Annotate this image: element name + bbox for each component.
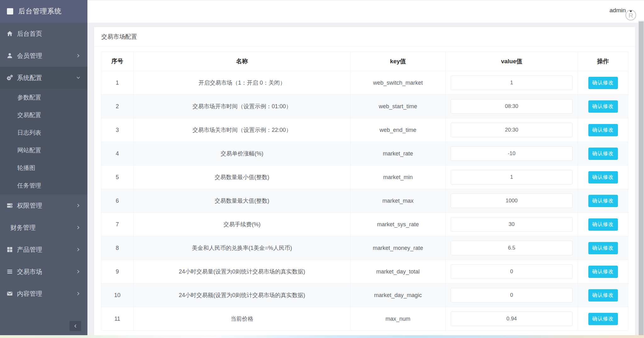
table-row: 9 24小时交易量(设置为0则统计交易市场的真实数据) market_day_t… <box>101 260 628 284</box>
vertical-scrollbar[interactable] <box>638 20 644 338</box>
column-header-action: 操作 <box>578 52 628 71</box>
sidebar-collapse-button[interactable] <box>69 321 81 331</box>
scrollbar-thumb[interactable] <box>639 21 644 335</box>
confirm-edit-button[interactable]: 确认修改 <box>588 266 618 278</box>
gears-icon <box>6 74 13 81</box>
config-value-cell <box>446 260 578 284</box>
page-card: 交易市场配置 序号 名称 key值 value值 操作 1 开启交易市场（1：开… <box>94 27 635 338</box>
config-name-cell: 交易数量最大值(整数) <box>134 189 351 213</box>
value-input[interactable] <box>451 123 573 137</box>
column-header-name: 名称 <box>134 52 351 71</box>
confirm-edit-button[interactable]: 确认修改 <box>588 77 618 89</box>
row-index-cell: 2 <box>101 95 134 118</box>
confirm-edit-button[interactable]: 确认修改 <box>588 218 618 231</box>
confirm-edit-button[interactable]: 确认修改 <box>588 313 618 325</box>
confirm-edit-button[interactable]: 确认修改 <box>588 171 618 183</box>
confirm-edit-button[interactable]: 确认修改 <box>588 124 618 136</box>
config-value-cell <box>446 236 578 260</box>
user-menu[interactable]: admin <box>609 7 626 14</box>
action-cell: 确认修改 <box>578 189 628 213</box>
config-name-cell: 美金和人民币的兑换率(1美金=%人民币) <box>134 236 351 260</box>
config-table-body: 1 开启交易市场（1：开启 0：关闭） web_switch_market 确认… <box>101 71 628 331</box>
config-key-cell: market_rate <box>351 142 446 166</box>
svg-text:R: R <box>628 12 633 19</box>
config-key-cell: max_num <box>351 307 446 331</box>
confirm-edit-button[interactable]: 确认修改 <box>588 148 618 160</box>
sidebar-subitem-carousel[interactable]: 轮播图 <box>0 159 87 177</box>
envelope-icon <box>6 290 13 297</box>
chevron-right-icon <box>75 269 81 274</box>
action-cell: 确认修改 <box>578 307 628 331</box>
sidebar-subitem-log-list[interactable]: 日志列表 <box>0 124 87 142</box>
action-cell: 确认修改 <box>578 71 628 95</box>
action-cell: 确认修改 <box>578 118 628 142</box>
list-icon <box>6 268 13 275</box>
config-key-cell: market_day_total <box>351 260 446 284</box>
value-input[interactable] <box>451 241 573 255</box>
sidebar-item-finance[interactable]: 财务管理 <box>0 217 87 239</box>
sidebar-item-label: 后台首页 <box>17 30 81 38</box>
table-row: 1 开启交易市场（1：开启 0：关闭） web_switch_market 确认… <box>101 71 628 95</box>
sidebar-item-products[interactable]: 产品管理 <box>0 239 87 261</box>
table-row: 7 交易手续费(%) market_sys_rate 确认修改 <box>101 213 628 236</box>
sidebar-item-label: 财务管理 <box>10 223 75 232</box>
value-input[interactable] <box>451 264 573 279</box>
config-value-cell <box>446 213 578 236</box>
chevron-right-icon <box>75 203 81 208</box>
table-row: 6 交易数量最大值(整数) market_max 确认修改 <box>101 189 628 213</box>
config-name-cell: 交易市场开市时间（设置示例：01:00） <box>134 95 351 118</box>
config-name-cell: 当前价格 <box>134 307 351 331</box>
value-input[interactable] <box>451 76 573 90</box>
sidebar-item-label: 日志列表 <box>17 129 81 137</box>
value-input[interactable] <box>451 194 573 208</box>
user-icon <box>6 52 13 59</box>
confirm-edit-button[interactable]: 确认修改 <box>588 289 618 301</box>
value-input[interactable] <box>451 99 573 114</box>
sidebar-subitem-trade-config[interactable]: 交易配置 <box>0 106 87 124</box>
action-cell: 确认修改 <box>578 142 628 166</box>
config-key-cell: market_min <box>351 166 446 189</box>
topbar: admin R <box>87 0 644 23</box>
config-name-cell: 开启交易市场（1：开启 0：关闭） <box>134 71 351 95</box>
app-logo-icon <box>7 8 13 14</box>
action-cell: 确认修改 <box>578 260 628 284</box>
sidebar-item-members[interactable]: 会员管理 <box>0 45 87 67</box>
config-value-cell <box>446 166 578 189</box>
config-value-cell <box>446 307 578 331</box>
sidebar-item-label: 会员管理 <box>17 52 75 60</box>
sidebar-item-label: 参数配置 <box>17 93 81 102</box>
chevron-right-icon <box>75 225 81 230</box>
table-row: 4 交易单价涨幅(%) market_rate 确认修改 <box>101 142 628 166</box>
confirm-edit-button[interactable]: 确认修改 <box>588 100 618 113</box>
home-icon <box>6 30 13 37</box>
value-input[interactable] <box>451 312 573 326</box>
config-value-cell <box>446 118 578 142</box>
sidebar-item-label: 内容管理 <box>17 290 75 298</box>
sidebar-item-home[interactable]: 后台首页 <box>0 23 87 45</box>
bottom-edge-strip <box>0 335 644 338</box>
config-key-cell: market_money_rate <box>351 236 446 260</box>
chevron-right-icon <box>75 53 81 59</box>
sidebar-subitem-site-config[interactable]: 网站配置 <box>0 142 87 159</box>
value-input[interactable] <box>451 170 573 184</box>
sidebar-item-content[interactable]: 内容管理 <box>0 283 87 305</box>
config-key-cell: web_end_time <box>351 118 446 142</box>
value-input[interactable] <box>451 146 573 161</box>
column-header-value: value值 <box>446 52 578 71</box>
table-row: 8 美金和人民币的兑换率(1美金=%人民币) market_money_rate… <box>101 236 628 260</box>
grid-icon <box>6 246 13 253</box>
sidebar: 后台管理系统 后台首页 会员管理 <box>0 0 87 338</box>
value-input[interactable] <box>451 288 573 302</box>
table-row: 2 交易市场开市时间（设置示例：01:00） web_start_time 确认… <box>101 95 628 118</box>
confirm-edit-button[interactable]: 确认修改 <box>588 242 618 254</box>
sidebar-item-permissions[interactable]: 权限管理 <box>0 194 87 217</box>
sidebar-item-system-config[interactable]: 系统配置 <box>0 67 87 89</box>
confirm-edit-button[interactable]: 确认修改 <box>588 195 618 207</box>
value-input[interactable] <box>451 217 573 232</box>
config-value-cell <box>446 95 578 118</box>
config-table: 序号 名称 key值 value值 操作 1 开启交易市场（1：开启 0：关闭）… <box>101 52 628 331</box>
sidebar-subitem-task-manage[interactable]: 任务管理 <box>0 177 87 194</box>
sidebar-item-label: 系统配置 <box>17 74 75 82</box>
sidebar-subitem-param-config[interactable]: 参数配置 <box>0 89 87 106</box>
sidebar-item-market[interactable]: 交易市场 <box>0 261 87 283</box>
